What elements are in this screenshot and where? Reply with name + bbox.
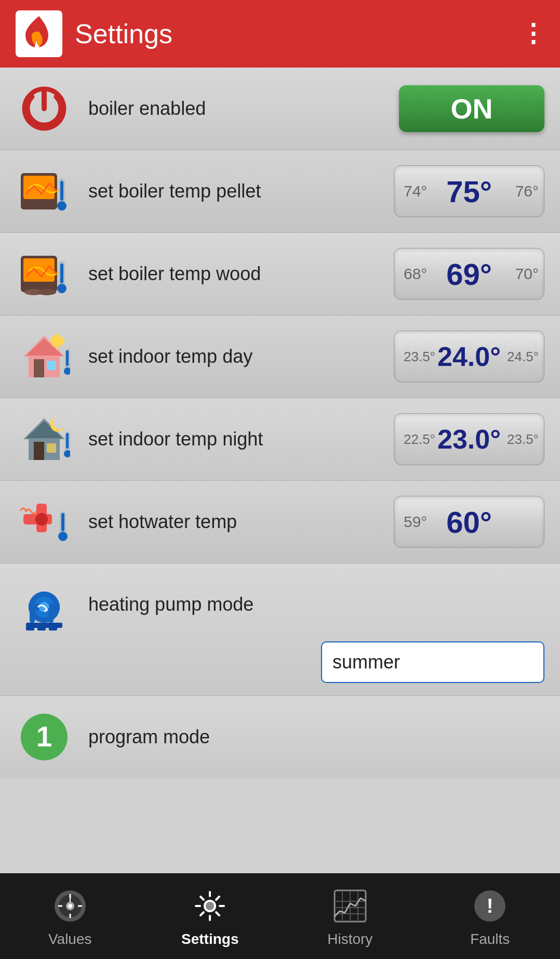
svg-point-20 [51,335,63,347]
svg-point-7 [58,203,65,211]
setting-row-program-mode: 1 program mode [0,696,560,778]
flame-logo-icon [23,15,55,52]
svg-text:1: 1 [36,720,52,753]
svg-point-26 [64,367,70,375]
svg-point-37 [35,513,48,526]
more-menu-icon[interactable]: ⋮ [521,21,544,46]
picker-prev-hotwater: 59° [404,513,427,531]
svg-point-11 [37,289,56,295]
settings-nav-icon [192,888,228,924]
svg-rect-31 [47,443,56,453]
svg-rect-27 [66,350,69,366]
svg-rect-18 [34,359,44,377]
history-nav-icon [332,888,368,924]
program-svg-icon: 1 [18,711,70,763]
boiler-temp-pellet-label: set boiler temp pellet [88,179,383,204]
picker-prev-day: 23.5° [404,349,435,365]
nav-item-values[interactable]: Values [0,885,140,948]
header-left: Settings [16,10,172,57]
nav-label-values: Values [48,931,92,948]
svg-rect-51 [49,626,57,630]
setting-row-indoor-temp-day: set indoor temp day 23.5° 24.0° 24.5° [0,316,560,398]
boiler-pellet-svg-icon [18,165,70,217]
picker-prev-pellet: 74° [404,182,427,200]
hotwater-temp-label: set hotwater temp [88,510,383,534]
setting-row-boiler-enabled: boiler enabled ON [0,68,560,150]
boiler-enabled-label: boiler enabled [88,97,389,121]
setting-row-boiler-temp-pellet: set boiler temp pellet 74° 75° 76° [0,150,560,233]
nav-label-history: History [327,931,372,948]
app-logo [16,10,62,57]
pump-svg-icon [18,579,70,630]
hotwater-svg-icon [18,496,70,548]
nav-item-faults[interactable]: ! Faults [420,885,561,948]
svg-rect-9 [23,258,55,282]
indoor-day-icon [16,328,73,385]
indoor-temp-day-label: set indoor temp day [88,345,383,369]
settings-icon [189,885,231,927]
boiler-pellet-icon [16,163,73,220]
picker-prev-night: 22.5° [404,431,435,448]
setting-row-boiler-temp-wood: set boiler temp wood 68° 69° 70° [0,233,560,316]
pump-top: heating pump mode [16,576,544,633]
picker-next-wood: 70° [515,265,539,283]
nav-item-history[interactable]: History [280,885,420,948]
svg-point-15 [58,286,65,293]
boiler-enabled-icon [16,80,73,137]
indoor-night-icon [16,411,73,468]
app-header: Settings ⋮ [0,0,560,68]
svg-point-39 [58,532,68,541]
picker-next-night: 23.5° [507,431,539,448]
indoor-day-svg-icon [18,331,70,383]
svg-line-72 [201,912,204,915]
setting-row-hotwater-temp: set hotwater temp 59° 60° [0,481,560,563]
picker-current-day: 24.0° [437,341,501,372]
pump-mode-value: summer [332,651,400,673]
pump-mode-dropdown[interactable]: summer [321,641,544,683]
picker-current-hotwater: 60° [446,505,492,540]
nav-item-settings[interactable]: Settings [140,885,281,948]
svg-rect-19 [47,361,56,370]
picker-current-pellet: 75° [446,174,492,209]
bottom-navigation: Values Settings [0,873,560,959]
svg-rect-3 [23,176,55,199]
indoor-night-svg-icon [18,413,70,465]
faults-nav-icon: ! [472,888,508,924]
values-nav-icon [52,888,88,924]
boiler-enabled-toggle[interactable]: ON [399,85,544,132]
boiler-wood-svg-icon [18,248,70,300]
svg-point-64 [206,902,214,910]
svg-text:!: ! [487,895,494,917]
hotwater-icon [16,493,73,550]
indoor-temp-day-control[interactable]: 23.5° 24.0° 24.5° [394,331,544,383]
page-title: Settings [75,18,172,49]
power-icon [21,85,68,132]
pump-bottom: summer [16,641,544,683]
toggle-on-text: ON [451,93,493,125]
indoor-temp-night-label: set indoor temp night [88,427,383,452]
picker-next-pellet: 76° [515,182,539,200]
svg-rect-34 [66,433,69,449]
svg-line-70 [216,912,219,915]
boiler-temp-wood-label: set boiler temp wood [88,262,383,286]
svg-point-33 [64,450,70,457]
svg-point-61 [68,904,72,908]
history-icon [329,885,371,927]
svg-rect-50 [37,626,46,630]
boiler-temp-pellet-control[interactable]: 74° 75° 76° [394,165,544,217]
svg-rect-47 [48,607,54,623]
program-mode-label: program mode [88,725,544,750]
hotwater-temp-control[interactable]: 59° 60° [394,496,544,548]
values-icon [49,885,91,927]
boiler-temp-wood-control[interactable]: 68° 69° 70° [394,248,544,300]
program-mode-icon: 1 [16,708,73,766]
settings-content: boiler enabled ON set boiler temp pellet [0,68,560,873]
picker-prev-wood: 68° [404,265,427,283]
nav-label-settings: Settings [181,931,238,948]
faults-icon: ! [469,885,511,927]
picker-next-day: 24.5° [507,349,539,365]
boiler-wood-icon [16,245,73,303]
svg-rect-46 [30,607,35,623]
setting-row-heating-pump: heating pump mode summer [0,563,560,696]
indoor-temp-night-control[interactable]: 22.5° 23.0° 23.5° [394,413,544,465]
